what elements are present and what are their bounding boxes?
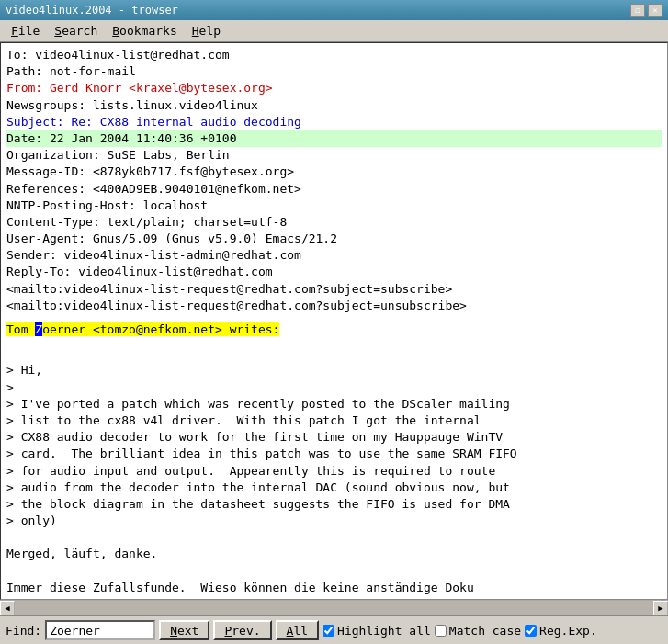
body-line: > for audio input and output. Appearentl…	[6, 463, 662, 480]
body-line: Immer diese Zufallsfunde. Wieso können d…	[6, 580, 662, 596]
highlight-all-label: Highlight all	[337, 624, 431, 638]
header-date: Date: 22 Jan 2004 11:40:36 +0100	[6, 130, 662, 147]
header-messageid: Message-ID: <878yk0b717.fsf@bytesex.org>	[6, 164, 662, 180]
highlight-all-group: Highlight all	[323, 624, 431, 638]
close-button[interactable]: ✕	[648, 4, 662, 17]
header-sender: Sender: video4linux-list-admin@redhat.co…	[6, 247, 662, 264]
body-line: > only)	[6, 513, 662, 529]
body-line: > I've ported a patch which was recently…	[6, 396, 662, 412]
next-button[interactable]: Next	[159, 620, 209, 640]
body-line: > Hi,	[6, 362, 662, 378]
header-references: References: <400AD9EB.9040101@nefkom.net…	[6, 181, 662, 198]
match-case-group: Match case	[435, 624, 521, 638]
menu-file[interactable]: File	[4, 22, 47, 40]
body-line	[6, 345, 662, 362]
titlebar-controls: ◻ ✕	[630, 4, 662, 17]
header-from: From: Gerd Knorr <kraxel@bytesex.org>	[6, 80, 662, 96]
body-line: Merged, läuft, danke.	[6, 546, 662, 562]
body-line: > list to the cx88 v4l driver. With this…	[6, 412, 662, 429]
attribution-highlight: Tom	[6, 322, 35, 336]
header-organization: Organization: SuSE Labs, Berlin	[6, 147, 662, 164]
attribution-rest: oerner <tomzo@nefkom.net> writes:	[42, 322, 279, 336]
header-replyto1: Reply-To: video4linux-list@redhat.com	[6, 264, 662, 280]
scroll-track[interactable]	[15, 601, 653, 616]
header-replyto3: <mailto:video4linux-list-request@redhat.…	[6, 298, 662, 314]
body-line: > the block diagram in the datasheet sug…	[6, 496, 662, 513]
titlebar: video4linux.2004 - trowser ◻ ✕	[0, 0, 668, 20]
header-subject: Subject: Re: CX88 internal audio decodin…	[6, 114, 662, 130]
all-button[interactable]: All	[276, 620, 319, 640]
header-nntp: NNTP-Posting-Host: localhost	[6, 198, 662, 214]
highlight-all-checkbox[interactable]	[323, 625, 334, 637]
header-to: To: video4linux-list@redhat.com	[6, 47, 662, 63]
scroll-left-button[interactable]: ◀	[0, 601, 15, 616]
find-input[interactable]	[45, 620, 155, 640]
prev-button[interactable]: Prev.	[213, 620, 271, 640]
regexp-checkbox[interactable]	[525, 625, 537, 637]
match-case-checkbox[interactable]	[435, 625, 447, 637]
email-attribution: Tom Zoerner <tomzo@nefkom.net> writes:	[6, 322, 662, 338]
body-line	[6, 529, 662, 546]
body-line: > audio from the decoder into the intern…	[6, 480, 662, 496]
body-line: > card. The brilliant idea in this patch…	[6, 446, 662, 462]
restore-button[interactable]: ◻	[630, 4, 645, 17]
header-contenttype: Content-Type: text/plain; charset=utf-8	[6, 214, 662, 231]
menu-bookmarks[interactable]: Bookmarks	[105, 22, 184, 40]
body-line: >	[6, 379, 662, 396]
match-case-label: Match case	[449, 624, 521, 638]
email-content: To: video4linux-list@redhat.com Path: no…	[0, 42, 668, 600]
cursor-char: Z	[35, 322, 42, 336]
menu-search[interactable]: Search	[47, 22, 105, 40]
body-line: > CX88 audio decoder to work for the fir…	[6, 429, 662, 446]
findbar: Find: Next Prev. All Highlight all Match…	[0, 615, 668, 644]
header-path: Path: not-for-mail	[6, 63, 662, 80]
menu-help[interactable]: Help	[185, 22, 228, 40]
header-newsgroups: Newsgroups: lists.linux.video4linux	[6, 97, 662, 114]
horizontal-scrollbar[interactable]: ◀ ▶	[0, 600, 668, 615]
body-line	[6, 563, 662, 580]
regexp-group: Reg.Exp.	[525, 624, 597, 638]
scroll-right-button[interactable]: ▶	[653, 601, 668, 616]
titlebar-title: video4linux.2004 - trowser	[6, 4, 178, 17]
menubar: File Search Bookmarks Help	[0, 20, 668, 42]
regexp-label: Reg.Exp.	[539, 624, 597, 638]
header-replyto2: <mailto:video4linux-list-request@redhat.…	[6, 281, 662, 298]
email-body: > Hi,>> I've ported a patch which was re…	[6, 345, 662, 600]
find-label: Find:	[6, 624, 41, 638]
header-useragent: User-Agent: Gnus/5.09 (Gnus v5.9.0) Emac…	[6, 231, 662, 247]
